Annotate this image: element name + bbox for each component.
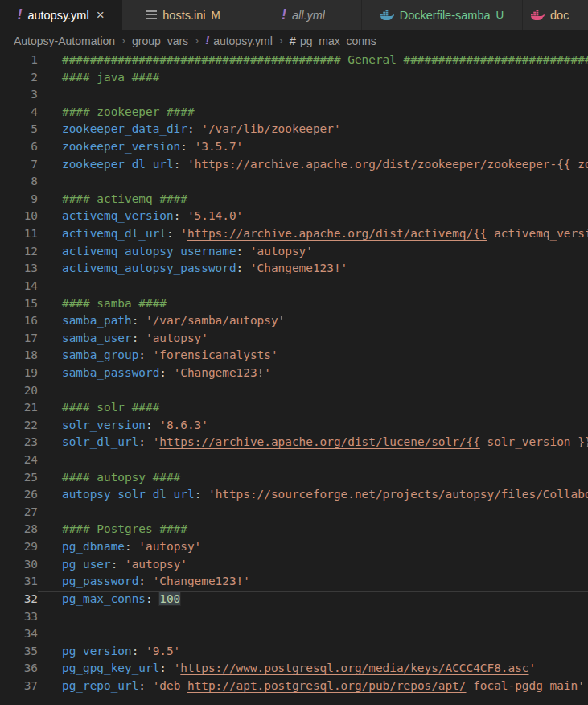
code-line-content[interactable]: autopsy_solr_dl_url: 'https://sourceforg… xyxy=(38,486,588,504)
line-number[interactable]: 4 xyxy=(0,104,38,122)
code-line[interactable]: 11activemq_dl_url: 'https://archive.apac… xyxy=(0,225,588,243)
line-number[interactable]: 7 xyxy=(0,156,38,174)
code-line[interactable]: 31pg_password: 'Changeme123!' xyxy=(0,573,588,591)
code-line[interactable]: 27 xyxy=(0,504,588,522)
code-line[interactable]: 37pg_repo_url: 'deb http://apt.postgresq… xyxy=(0,678,588,695)
code-line-content[interactable]: #### autopsy #### xyxy=(38,469,588,487)
code-line[interactable]: 32pg_max_conns: 100 xyxy=(0,591,588,608)
code-line-content[interactable]: samba_user: 'autopsy' xyxy=(38,330,588,348)
line-number[interactable]: 34 xyxy=(0,625,38,643)
code-line-content[interactable]: zookeeper_version: '3.5.7' xyxy=(38,138,588,156)
code-line[interactable]: 35pg_version: '9.5' xyxy=(0,643,588,661)
line-number[interactable]: 19 xyxy=(0,365,38,382)
code-line-content[interactable]: pg_version: '9.5' xyxy=(38,643,588,661)
code-line-content[interactable] xyxy=(38,173,588,191)
url-link[interactable]: https://sourceforge.net/projects/autopsy… xyxy=(216,488,588,501)
code-line-content[interactable]: pg_repo_url: 'deb http://apt.postgresql.… xyxy=(38,678,588,695)
code-line[interactable]: 6zookeeper_version: '3.5.7' xyxy=(0,138,588,156)
code-line-content[interactable]: #### solr #### xyxy=(38,399,588,417)
code-line-content[interactable]: zookeeper_data_dir: '/var/lib/zookeeper' xyxy=(38,121,588,138)
code-line[interactable]: 21#### solr #### xyxy=(0,399,588,417)
code-line[interactable]: 16samba_path: '/var/samba/autopsy' xyxy=(0,312,588,330)
breadcrumb-item-project[interactable]: Autopsy-Automation xyxy=(14,35,115,47)
code-line-content[interactable] xyxy=(38,278,588,295)
line-number[interactable]: 16 xyxy=(0,312,38,330)
url-link[interactable]: http://apt.postgresql.org/pub/repos/apt/ xyxy=(187,679,467,692)
line-number[interactable]: 25 xyxy=(0,469,38,487)
tab-all-yml[interactable]: ! all.yml xyxy=(245,0,362,30)
line-number[interactable]: 17 xyxy=(0,330,38,348)
url-link[interactable]: https://archive.apache.org/dist/activemq… xyxy=(187,227,487,240)
code-line[interactable]: 28#### Postgres #### xyxy=(0,521,588,538)
code-line[interactable]: 20 xyxy=(0,382,588,400)
line-number[interactable]: 30 xyxy=(0,556,38,574)
code-line-content[interactable]: #### java #### xyxy=(38,69,588,87)
code-editor[interactable]: 1#######################################… xyxy=(0,52,588,695)
code-line[interactable]: 18samba_group: 'forensicanalysts' xyxy=(0,347,588,365)
line-number[interactable]: 35 xyxy=(0,643,38,661)
line-number[interactable]: 14 xyxy=(0,278,38,295)
line-number[interactable]: 9 xyxy=(0,191,38,208)
code-line-content[interactable]: samba_path: '/var/samba/autopsy' xyxy=(38,312,588,330)
code-line-content[interactable]: pg_gpg_key_url: 'https://www.postgresql.… xyxy=(38,660,588,678)
code-line[interactable]: 8 xyxy=(0,173,588,191)
line-number[interactable]: 3 xyxy=(0,86,38,104)
code-line-content[interactable]: activemq_autopsy_username: 'autopsy' xyxy=(38,243,588,261)
code-line[interactable]: 22solr_version: '8.6.3' xyxy=(0,417,588,435)
line-number[interactable]: 36 xyxy=(0,660,38,678)
line-number[interactable]: 12 xyxy=(0,243,38,261)
code-line-content[interactable]: activemq_dl_url: 'https://archive.apache… xyxy=(38,225,588,243)
code-line[interactable]: 14 xyxy=(0,278,588,295)
line-number[interactable]: 5 xyxy=(0,121,38,138)
code-line-content[interactable]: activemq_autopsy_password: 'Changeme123!… xyxy=(38,260,588,278)
code-line[interactable]: 7zookeeper_dl_url: 'https://archive.apac… xyxy=(0,156,588,174)
code-line-content[interactable] xyxy=(38,86,588,104)
code-line-content[interactable]: #### activemq #### xyxy=(38,191,588,208)
code-line-content[interactable]: ########################################… xyxy=(38,52,588,69)
code-line-content[interactable]: pg_dbname: 'autopsy' xyxy=(38,538,588,556)
line-number[interactable]: 10 xyxy=(0,208,38,225)
line-number[interactable]: 24 xyxy=(0,451,38,469)
code-line[interactable]: 36pg_gpg_key_url: 'https://www.postgresq… xyxy=(0,660,588,678)
line-number[interactable]: 11 xyxy=(0,225,38,243)
code-line-content[interactable] xyxy=(38,625,588,643)
code-line-content[interactable]: samba_group: 'forensicanalysts' xyxy=(38,347,588,365)
line-number[interactable]: 1 xyxy=(0,52,38,69)
code-line[interactable]: 30pg_user: 'autopsy' xyxy=(0,556,588,574)
code-line[interactable]: 24 xyxy=(0,451,588,469)
code-line[interactable]: 15#### samba #### xyxy=(0,295,588,313)
code-line-content[interactable]: #### samba #### xyxy=(38,295,588,313)
code-line-content[interactable] xyxy=(38,504,588,522)
url-link[interactable]: https://www.postgresql.org/media/keys/AC… xyxy=(180,662,528,674)
line-number[interactable]: 13 xyxy=(0,260,38,278)
code-line[interactable]: 34 xyxy=(0,625,588,643)
line-number[interactable]: 33 xyxy=(0,608,38,626)
url-link[interactable]: https://archive.apache.org/dist/zookeepe… xyxy=(195,158,571,171)
line-number[interactable]: 32 xyxy=(0,591,38,608)
code-line-content[interactable]: #### Postgres #### xyxy=(38,521,588,538)
code-line-content[interactable]: pg_max_conns: 100 xyxy=(38,591,588,608)
code-line[interactable]: 3 xyxy=(0,86,588,104)
code-line[interactable]: 17samba_user: 'autopsy' xyxy=(0,330,588,348)
code-line-content[interactable]: pg_password: 'Changeme123!' xyxy=(38,573,588,591)
line-number[interactable]: 21 xyxy=(0,399,38,417)
code-line-content[interactable]: solr_dl_url: 'https://archive.apache.org… xyxy=(38,434,588,451)
code-line[interactable]: 5zookeeper_data_dir: '/var/lib/zookeeper… xyxy=(0,121,588,138)
code-line-content[interactable] xyxy=(38,382,588,400)
code-line-content[interactable] xyxy=(38,451,588,469)
breadcrumb-item-symbol[interactable]: # pg_max_conns xyxy=(290,35,376,47)
tab-autopsy-yml[interactable]: ! autopsy.yml × xyxy=(0,0,122,30)
code-line-content[interactable]: samba_password: 'Changeme123!' xyxy=(38,365,588,382)
line-number[interactable]: 31 xyxy=(0,573,38,591)
line-number[interactable]: 20 xyxy=(0,382,38,400)
code-line-content[interactable]: pg_user: 'autopsy' xyxy=(38,556,588,574)
line-number[interactable]: 27 xyxy=(0,504,38,522)
breadcrumb-item-group-vars[interactable]: group_vars xyxy=(132,35,188,47)
tab-hosts-ini[interactable]: hosts.ini M xyxy=(122,0,245,30)
line-number[interactable]: 8 xyxy=(0,173,38,191)
line-number[interactable]: 6 xyxy=(0,138,38,156)
tab-doc-truncated[interactable]: doc xyxy=(523,0,588,30)
line-number[interactable]: 37 xyxy=(0,678,38,695)
tab-dockerfile-samba[interactable]: Dockerfile-samba U xyxy=(362,0,523,30)
code-line[interactable]: 1#######################################… xyxy=(0,52,588,69)
